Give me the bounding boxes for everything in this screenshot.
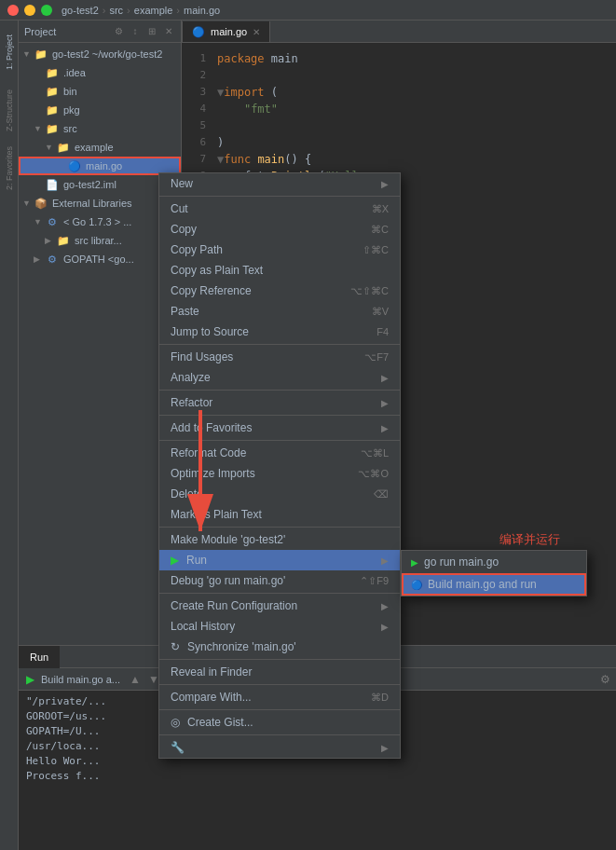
tree-label: src bbox=[63, 123, 77, 134]
folder-icon: 📁 bbox=[34, 47, 48, 62]
menu-separator-5 bbox=[159, 440, 400, 441]
code-line-2 bbox=[217, 67, 609, 84]
menu-item-copy-path[interactable]: Copy Path ⇧⌘C bbox=[159, 240, 400, 260]
menu-item-copy[interactable]: Copy ⌘C bbox=[159, 219, 400, 240]
run-submenu: ▶ go run main.go 🔵 Build main.go and run bbox=[401, 550, 587, 596]
menu-item-mark-plain[interactable]: Mark as Plain Text bbox=[159, 504, 400, 525]
menu-item-cut[interactable]: Cut ⌘X bbox=[159, 199, 400, 219]
close-button[interactable] bbox=[7, 5, 19, 16]
breadcrumb-part-3[interactable]: example bbox=[134, 5, 173, 16]
tree-label: go-test2.iml bbox=[63, 179, 116, 190]
menu-item-copy-ref[interactable]: Copy Reference ⌥⇧⌘C bbox=[159, 281, 400, 301]
left-sidebar-icons: 1: Project Z-Structure 2: Favorites bbox=[0, 21, 19, 850]
menu-item-copy-plain[interactable]: Copy as Plain Text bbox=[159, 260, 400, 281]
run-scroll-up[interactable]: ▲ bbox=[128, 672, 143, 687]
tab-close-icon[interactable]: ✕ bbox=[253, 27, 260, 37]
menu-separator-7 bbox=[159, 593, 400, 594]
menu-item-favorites[interactable]: Add to Favorites ▶ bbox=[159, 418, 400, 438]
panel-header: Project ⚙ ↕ ⊞ ✕ bbox=[19, 21, 181, 43]
tree-item-go173[interactable]: ▼ ⚙ < Go 1.7.3 > ... bbox=[19, 212, 181, 231]
tree-item-src-lib[interactable]: ▶ 📁 src librar... bbox=[19, 231, 181, 250]
tree-arrow: ▼ bbox=[22, 49, 34, 59]
menu-item-optimize[interactable]: Optimize Imports ⌥⌘O bbox=[159, 463, 400, 484]
code-line-3: ▼import ( bbox=[217, 84, 609, 101]
close-panel-icon[interactable]: ✕ bbox=[162, 25, 175, 38]
menu-item-local-history[interactable]: Local History ▶ bbox=[159, 616, 400, 637]
breadcrumb-part-4[interactable]: main.go bbox=[184, 5, 220, 16]
panel-title: Project bbox=[24, 26, 108, 37]
menu-separator-8 bbox=[159, 659, 400, 660]
tree-item-src[interactable]: ▼ 📁 src bbox=[19, 119, 181, 138]
folder-icon: 📁 bbox=[45, 84, 60, 99]
run-play-button[interactable]: ▶ bbox=[22, 672, 37, 687]
menu-item-reveal[interactable]: Reveal in Finder bbox=[159, 662, 400, 682]
menu-item-reformat[interactable]: Reformat Code ⌥⌘L bbox=[159, 443, 400, 463]
menu-item-refactor[interactable]: Refactor ▶ bbox=[159, 392, 400, 413]
ext-libs-icon: 📦 bbox=[34, 196, 48, 211]
breadcrumb-part-1[interactable]: go-test2 bbox=[62, 5, 99, 16]
traffic-lights bbox=[7, 5, 52, 16]
menu-separator-3 bbox=[159, 390, 400, 391]
menu-item-find-usages[interactable]: Find Usages ⌥F7 bbox=[159, 347, 400, 367]
menu-separator-2 bbox=[159, 344, 400, 345]
go-run-icon: ▶ bbox=[411, 557, 418, 568]
menu-item-compare[interactable]: Compare With... ⌘D bbox=[159, 687, 400, 707]
menu-item-make-module[interactable]: Make Module 'go-test2' bbox=[159, 529, 400, 550]
tab-maingo[interactable]: 🔵 main.go ✕ bbox=[182, 21, 270, 42]
tab-label: main.go bbox=[211, 26, 247, 37]
tree-item-bin[interactable]: 📁 bin bbox=[19, 82, 181, 101]
build-run-icon: 🔵 bbox=[411, 580, 422, 590]
menu-item-create-gist[interactable]: ◎ Create Gist... bbox=[159, 712, 400, 733]
menu-item-go-tools[interactable]: 🔧 ▶ bbox=[159, 737, 400, 758]
menu-item-run[interactable]: ▶ Run ▶ bbox=[159, 550, 400, 570]
tree-item-iml[interactable]: 📄 go-test2.iml bbox=[19, 175, 181, 194]
tree-label: go-test2 ~/work/go-test2 bbox=[52, 48, 162, 60]
module-icon: ⚙ bbox=[45, 214, 60, 229]
menu-item-paste[interactable]: Paste ⌘V bbox=[159, 301, 400, 322]
submenu-label-build: Build main.go and run bbox=[428, 578, 537, 591]
tree-label: GOPATH <go... bbox=[63, 254, 134, 265]
tree-item-maingo[interactable]: 🔵 main.go bbox=[19, 157, 181, 175]
tree-label: External Libraries bbox=[52, 198, 132, 209]
sync-icon[interactable]: ↕ bbox=[129, 25, 142, 38]
code-line-1: package main bbox=[217, 50, 609, 67]
editor-tabs: 🔵 main.go ✕ bbox=[182, 21, 616, 43]
maximize-button[interactable] bbox=[41, 5, 52, 16]
folder-icon: 📁 bbox=[45, 65, 60, 80]
tree-item-example[interactable]: ▼ 📁 example bbox=[19, 138, 181, 157]
minimize-button[interactable] bbox=[24, 5, 35, 16]
menu-item-debug[interactable]: Debug 'go run main.go' ⌃⇧F9 bbox=[159, 570, 400, 591]
expand-icon[interactable]: ⊞ bbox=[145, 25, 158, 38]
sidebar-item-structure[interactable]: Z-Structure bbox=[0, 82, 19, 138]
run-menu-icon: ▶ bbox=[171, 554, 179, 567]
menu-item-delete[interactable]: Delete... ⌫ bbox=[159, 484, 400, 504]
tree-label: example bbox=[75, 142, 114, 153]
gist-icon: ◎ bbox=[171, 716, 180, 729]
annotation-text: 编译并运行 bbox=[500, 531, 560, 548]
sidebar-item-project[interactable]: 1: Project bbox=[0, 24, 19, 80]
tree-item-ext-libs[interactable]: ▼ 📦 External Libraries bbox=[19, 194, 181, 212]
settings-icon[interactable]: ⚙ bbox=[112, 25, 125, 38]
submenu-item-go-run[interactable]: ▶ go run main.go bbox=[402, 551, 586, 573]
menu-item-run-config[interactable]: Create Run Configuration ▶ bbox=[159, 596, 400, 616]
code-line-6: ) bbox=[217, 134, 609, 151]
menu-item-synchronize[interactable]: ↻ Synchronize 'main.go' bbox=[159, 637, 400, 657]
tree-item-root[interactable]: ▼ 📁 go-test2 ~/work/go-test2 bbox=[19, 45, 181, 63]
tree-item-pkg[interactable]: 📁 pkg bbox=[19, 101, 181, 119]
menu-item-analyze[interactable]: Analyze ▶ bbox=[159, 367, 400, 388]
tree-label: .idea bbox=[63, 67, 86, 78]
menu-item-jump[interactable]: Jump to Source F4 bbox=[159, 322, 400, 342]
code-line-7: ▼func main() { bbox=[217, 151, 609, 168]
tab-run[interactable]: Run bbox=[19, 646, 60, 668]
submenu-label-run: go run main.go bbox=[424, 555, 499, 569]
context-menu: New ▶ Cut ⌘X Copy ⌘C Copy Path ⇧⌘C Copy … bbox=[158, 172, 401, 759]
menu-item-new[interactable]: New ▶ bbox=[159, 173, 400, 194]
code-line-4: "fmt" bbox=[217, 101, 609, 117]
run-settings-button[interactable]: ⚙ bbox=[597, 672, 612, 687]
tree-item-idea[interactable]: 📁 .idea bbox=[19, 63, 181, 82]
sidebar-item-favorites[interactable]: 2: Favorites bbox=[0, 140, 19, 196]
tree-item-gopath[interactable]: ▶ ⚙ GOPATH <go... bbox=[19, 250, 181, 268]
tree-label: pkg bbox=[63, 104, 80, 116]
breadcrumb-part-2[interactable]: src bbox=[109, 5, 123, 16]
submenu-item-build-run[interactable]: 🔵 Build main.go and run bbox=[402, 573, 586, 596]
